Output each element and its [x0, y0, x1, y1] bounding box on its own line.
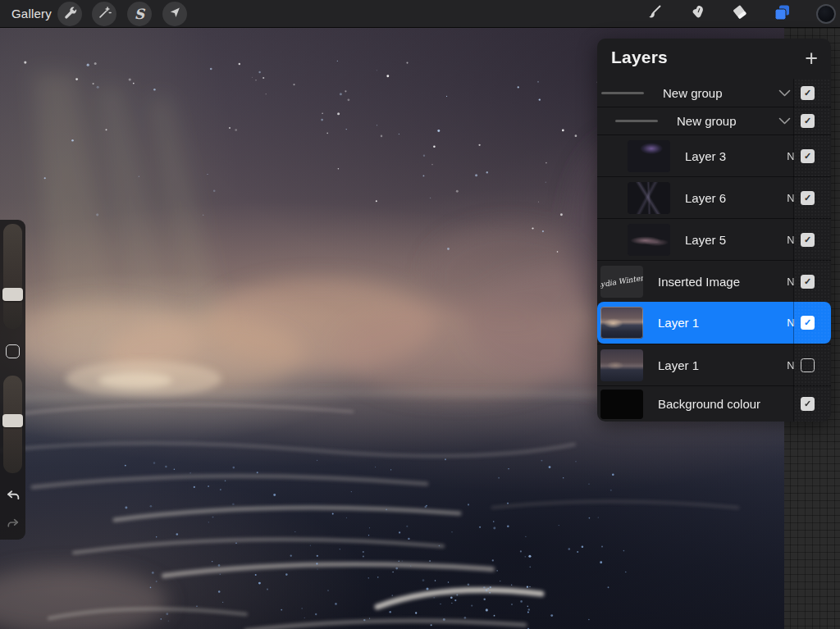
visibility-checkbox[interactable]: ✓	[801, 191, 815, 205]
brush-size-handle[interactable]	[2, 288, 23, 301]
blend-mode-badge[interactable]: N	[783, 317, 799, 329]
layer-label: Layer 5	[685, 233, 726, 247]
paintbrush-icon	[645, 3, 663, 25]
s-selection-icon: S	[135, 7, 144, 21]
layers-button[interactable]	[771, 3, 792, 25]
color-swatch-circle[interactable]	[816, 4, 836, 24]
signature-text: Lydia Winters	[600, 273, 643, 289]
layer-label: New group	[663, 86, 723, 100]
layer-list: New group✓New group✓Layer 3N✓Layer 6N✓La…	[597, 79, 831, 422]
add-layer-button[interactable]: +	[805, 43, 818, 73]
brush-opacity-slider[interactable]	[3, 376, 22, 473]
brush-size-slider[interactable]	[3, 224, 22, 329]
chevron-down-icon[interactable]	[778, 86, 791, 99]
eraser-button[interactable]	[729, 3, 751, 25]
side-toolbar	[0, 220, 25, 540]
actions-button[interactable]	[57, 2, 82, 26]
layer-row[interactable]: New group✓	[597, 79, 831, 107]
blend-mode-badge[interactable]: N	[783, 192, 799, 204]
redo-arrow-icon[interactable]	[4, 515, 21, 532]
layer-row[interactable]: Layer 1N	[597, 344, 831, 385]
layer-row[interactable]: Background colour✓	[597, 385, 831, 422]
layer-label: Layer 6	[685, 191, 726, 205]
visibility-checkbox[interactable]: ✓	[801, 397, 815, 411]
blend-mode-badge[interactable]: N	[783, 150, 799, 162]
visibility-checkbox[interactable]	[801, 358, 815, 372]
layer-thumbnail	[628, 182, 670, 214]
layer-thumbnail	[600, 390, 643, 419]
layers-panel-title: Layers	[611, 48, 668, 67]
arrow-cursor-icon	[167, 5, 182, 23]
layer-thumbnail: Lydia Winters	[600, 266, 643, 298]
layer-row[interactable]: Layer 6N✓	[597, 176, 831, 218]
chevron-down-icon[interactable]	[778, 115, 791, 128]
eraser-icon	[731, 3, 749, 25]
layer-label: Background colour	[658, 397, 760, 411]
gallery-button[interactable]: Gallery	[11, 7, 52, 21]
layer-row[interactable]: Layer 1N✓	[597, 302, 831, 344]
modify-square-button[interactable]	[6, 344, 20, 358]
visibility-checkbox[interactable]: ✓	[801, 275, 815, 289]
smudge-finger-icon	[688, 3, 706, 25]
brush-opacity-handle[interactable]	[2, 414, 23, 427]
blend-mode-badge[interactable]: N	[783, 359, 799, 371]
transform-button[interactable]	[162, 2, 187, 26]
layer-label: Layer 3	[685, 149, 726, 163]
layer-label: New group	[677, 114, 737, 128]
selection-button[interactable]: S	[127, 2, 152, 26]
layer-label: Layer 1	[658, 358, 699, 372]
brush-button[interactable]	[643, 3, 664, 25]
group-thumbnail-line	[601, 92, 644, 94]
procreate-workspace: Gallery S	[0, 0, 840, 629]
blend-mode-badge[interactable]: N	[783, 276, 799, 288]
layer-row[interactable]: New group✓	[597, 107, 831, 134]
layer-label: Layer 1	[658, 316, 699, 330]
layer-row[interactable]: Lydia WintersInserted ImageN✓	[597, 260, 831, 302]
blend-mode-badge[interactable]: N	[783, 234, 799, 246]
visibility-checkbox[interactable]: ✓	[801, 149, 815, 163]
layers-icon	[772, 2, 792, 25]
smudge-button[interactable]	[687, 3, 708, 25]
visibility-checkbox[interactable]: ✓	[801, 316, 815, 330]
layer-label: Inserted Image	[658, 275, 740, 289]
visibility-checkbox[interactable]: ✓	[801, 86, 815, 100]
layer-thumbnail	[600, 307, 643, 339]
top-toolbar: Gallery S	[0, 0, 840, 28]
visibility-checkbox[interactable]: ✓	[801, 114, 815, 128]
group-thumbnail-line	[615, 120, 658, 122]
wrench-icon	[62, 5, 77, 23]
layer-thumbnail	[628, 224, 670, 256]
layer-row[interactable]: Layer 3N✓	[597, 134, 831, 176]
visibility-checkbox[interactable]: ✓	[801, 233, 815, 247]
layer-thumbnail	[600, 349, 643, 381]
layer-thumbnail	[628, 140, 670, 172]
layers-panel-header: Layers +	[597, 39, 831, 79]
layer-row[interactable]: Layer 5N✓	[597, 218, 831, 260]
magic-wand-icon	[97, 5, 112, 23]
layers-panel: Layers + New group✓New group✓Layer 3N✓La…	[597, 39, 831, 422]
undo-arrow-icon[interactable]	[4, 487, 21, 504]
adjustments-button[interactable]	[92, 2, 116, 26]
